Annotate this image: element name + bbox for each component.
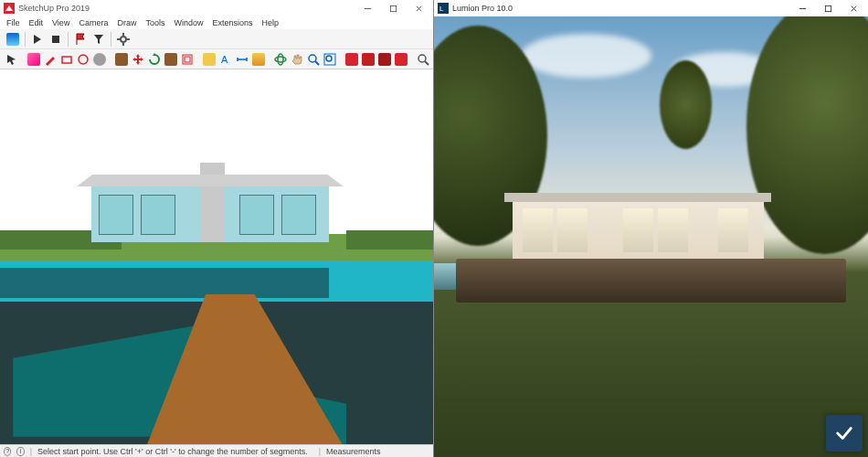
rectangle-icon[interactable]	[59, 51, 74, 68]
menu-file[interactable]: File	[2, 18, 25, 27]
zoom-extents-icon[interactable]	[323, 51, 337, 68]
zoom-icon[interactable]	[306, 51, 321, 68]
svg-rect-11	[62, 57, 71, 63]
layer4-icon[interactable]	[394, 51, 408, 68]
cloud	[521, 34, 651, 78]
text-icon[interactable]: A	[218, 51, 233, 68]
svg-point-12	[79, 55, 88, 64]
scene-content	[0, 69, 433, 444]
retaining-wall	[456, 259, 847, 303]
svg-text:L: L	[439, 5, 444, 13]
flag-icon[interactable]	[72, 31, 89, 48]
svg-point-19	[309, 55, 316, 62]
offset-icon[interactable]	[180, 51, 195, 68]
minimize-button[interactable]	[789, 1, 815, 16]
maximize-button[interactable]	[815, 1, 841, 16]
svg-point-6	[121, 37, 126, 42]
search-icon[interactable]	[416, 51, 430, 68]
layer2-icon[interactable]	[361, 51, 376, 68]
svg-rect-14	[185, 57, 190, 62]
rendered-house	[513, 193, 765, 259]
svg-line-20	[315, 61, 319, 65]
sketchup-viewport[interactable]	[0, 69, 433, 444]
maximize-button[interactable]	[380, 1, 406, 16]
menu-camera[interactable]: Camera	[74, 18, 112, 27]
play-icon[interactable]	[29, 31, 46, 48]
menu-window[interactable]: Window	[169, 18, 207, 27]
color-icon[interactable]	[92, 51, 107, 68]
sketchup-app-icon	[4, 3, 15, 14]
layer1-icon[interactable]	[344, 51, 359, 68]
menu-draw[interactable]: Draw	[112, 18, 141, 27]
rotate-icon[interactable]	[147, 51, 162, 68]
tape-icon[interactable]	[202, 51, 217, 68]
statusbar: ? i | Select start point. Use Ctrl '+' o…	[0, 444, 433, 457]
select-icon[interactable]	[5, 51, 19, 68]
menubar: File Edit View Camera Draw Tools Window …	[0, 16, 433, 29]
orbit-icon[interactable]	[273, 51, 288, 68]
svg-point-21	[326, 56, 332, 61]
separator	[68, 32, 69, 47]
info-icon[interactable]: i	[16, 447, 24, 456]
filter-icon[interactable]	[90, 31, 107, 48]
circle-icon[interactable]	[76, 51, 90, 68]
scale-icon[interactable]	[164, 51, 178, 68]
svg-point-18	[278, 54, 283, 65]
dimension-icon[interactable]	[235, 51, 249, 68]
svg-rect-5	[52, 36, 59, 43]
svg-line-24	[425, 61, 429, 65]
help-icon[interactable]: ?	[4, 447, 11, 456]
sketchup-title-text: SketchUp Pro 2019	[18, 4, 90, 13]
lumion-title-text: Lumion Pro 10.0	[452, 4, 513, 13]
menu-tools[interactable]: Tools	[141, 18, 169, 27]
minimize-button[interactable]	[355, 1, 380, 16]
toolbar-main: A	[0, 49, 433, 69]
svg-point-23	[418, 55, 426, 62]
svg-point-17	[275, 57, 286, 62]
menu-help[interactable]: Help	[257, 18, 283, 27]
measurements-label: Measurements	[326, 447, 381, 456]
toolbar-top	[0, 29, 433, 49]
pencil-icon[interactable]	[43, 51, 58, 68]
move-icon[interactable]	[131, 51, 145, 68]
svg-rect-2	[390, 5, 396, 11]
close-button[interactable]	[406, 1, 431, 16]
sketchup-titlebar: SketchUp Pro 2019	[0, 0, 433, 16]
menu-edit[interactable]: Edit	[25, 18, 48, 27]
lumion-app-icon: L	[438, 3, 449, 14]
menu-view[interactable]: View	[48, 18, 74, 27]
status-hint: Select start point. Use Ctrl '+' or Ctrl…	[37, 447, 308, 456]
tree	[660, 60, 712, 148]
styles-icon[interactable]	[5, 31, 21, 48]
lumion-titlebar: L Lumion Pro 10.0	[434, 0, 868, 16]
close-button[interactable]	[841, 1, 866, 16]
lumion-window: L Lumion Pro 10.0	[434, 0, 868, 457]
pushpull-icon[interactable]	[114, 51, 129, 68]
layer3-icon[interactable]	[377, 51, 392, 68]
stop-icon[interactable]	[48, 31, 64, 48]
menu-extensions[interactable]: Extensions	[207, 18, 257, 27]
separator	[111, 32, 111, 47]
sketchup-window: SketchUp Pro 2019 File Edit View Camera …	[0, 0, 434, 457]
settings-icon[interactable]	[115, 31, 132, 48]
svg-text:A: A	[221, 54, 228, 65]
paint-icon[interactable]	[251, 51, 266, 68]
separator	[25, 32, 26, 47]
confirm-button[interactable]	[826, 415, 863, 452]
svg-rect-28	[825, 5, 831, 11]
eraser-icon[interactable]	[26, 51, 41, 68]
lumion-viewport[interactable]	[434, 16, 868, 457]
pan-icon[interactable]	[290, 51, 304, 68]
